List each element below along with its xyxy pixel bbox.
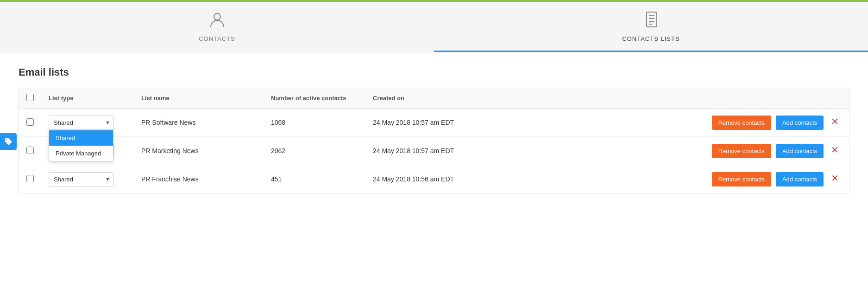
table-row: Shared Private Managed ▼ PR Marketing Ne… <box>19 137 849 165</box>
row2-created-on: 24 May 2018 10:57 am EDT <box>365 137 486 165</box>
row1-add-contacts-button[interactable]: Add contacts <box>776 116 824 130</box>
row1-list-name: PR Software News <box>134 109 264 137</box>
row2-checkbox[interactable] <box>26 147 34 154</box>
tab-contacts-label: CONTACTS <box>199 35 235 42</box>
contacts-icon <box>208 10 226 32</box>
row2-checkbox-cell <box>19 137 41 165</box>
nav-tabs: CONTACTS CONTACTS LISTS <box>0 2 868 52</box>
row3-delete-button[interactable]: ✕ <box>828 172 842 185</box>
email-lists-table: List type List name Number of active con… <box>19 88 849 193</box>
row1-delete-button[interactable]: ✕ <box>828 115 842 128</box>
row3-created-on: 24 May 2018 10:56 am EDT <box>365 165 486 193</box>
row2-list-name: PR Marketing News <box>134 137 264 165</box>
email-lists-table-container: List type List name Number of active con… <box>19 88 849 193</box>
row2-active-contacts: 2062 <box>264 137 365 165</box>
row3-list-type-wrapper: Shared Private Managed ▼ <box>49 172 114 187</box>
row3-actions: Remove contacts Add contacts ✕ <box>486 165 849 193</box>
row3-remove-contacts-button[interactable]: Remove contacts <box>712 172 771 187</box>
contacts-lists-icon <box>642 10 660 32</box>
row3-list-type-cell: Shared Private Managed ▼ <box>41 165 134 193</box>
table-row: Shared Private Managed ▼ Shared Private … <box>19 109 849 137</box>
row1-checkbox[interactable] <box>26 118 34 126</box>
row3-add-contacts-button[interactable]: Add contacts <box>776 172 824 187</box>
svg-point-6 <box>6 139 7 140</box>
row3-list-type-select[interactable]: Shared Private Managed <box>49 172 114 187</box>
tag-icon[interactable] <box>0 133 17 150</box>
row1-actions: Remove contacts Add contacts ✕ <box>486 109 849 137</box>
row2-add-contacts-button[interactable]: Add contacts <box>776 144 824 158</box>
row1-active-contacts: 1068 <box>264 109 365 137</box>
header-list-name: List name <box>134 88 264 109</box>
select-all-checkbox[interactable] <box>26 94 34 101</box>
row1-list-type-cell: Shared Private Managed ▼ Shared Private … <box>41 109 134 137</box>
row2-delete-button[interactable]: ✕ <box>828 143 842 156</box>
header-list-type: List type <box>41 88 134 109</box>
header-active-contacts: Number of active contacts <box>264 88 365 109</box>
main-content: Email lists List type List name Number o… <box>0 52 868 207</box>
row3-checkbox[interactable] <box>26 175 34 182</box>
svg-rect-1 <box>647 12 657 27</box>
header-actions <box>486 88 849 109</box>
svg-point-0 <box>214 13 220 20</box>
row2-actions: Remove contacts Add contacts ✕ <box>486 137 849 165</box>
table-row: Shared Private Managed ▼ PR Franchise Ne… <box>19 165 849 193</box>
row1-checkbox-cell <box>19 109 41 137</box>
row1-remove-contacts-button[interactable]: Remove contacts <box>712 116 771 130</box>
dropdown-option-private-managed[interactable]: Private Managed <box>49 146 113 161</box>
row3-active-contacts: 451 <box>264 165 365 193</box>
tab-contacts-lists-label: CONTACTS LISTS <box>622 35 679 42</box>
row2-remove-contacts-button[interactable]: Remove contacts <box>712 144 771 158</box>
table-header-row: List type List name Number of active con… <box>19 88 849 109</box>
header-checkbox-cell <box>19 88 41 109</box>
header-created-on: Created on <box>365 88 486 109</box>
row1-list-type-wrapper: Shared Private Managed ▼ Shared Private … <box>49 116 114 130</box>
row3-list-name: PR Franchise News <box>134 165 264 193</box>
row3-checkbox-cell <box>19 165 41 193</box>
dropdown-option-shared[interactable]: Shared <box>49 130 113 146</box>
tab-contacts[interactable]: CONTACTS <box>0 2 434 52</box>
row1-created-on: 24 May 2018 10:57 am EDT <box>365 109 486 137</box>
page-title: Email lists <box>19 66 849 78</box>
row1-list-type-select[interactable]: Shared Private Managed <box>49 116 114 130</box>
tab-contacts-lists[interactable]: CONTACTS LISTS <box>434 2 868 52</box>
list-type-dropdown: Shared Private Managed <box>49 130 113 161</box>
